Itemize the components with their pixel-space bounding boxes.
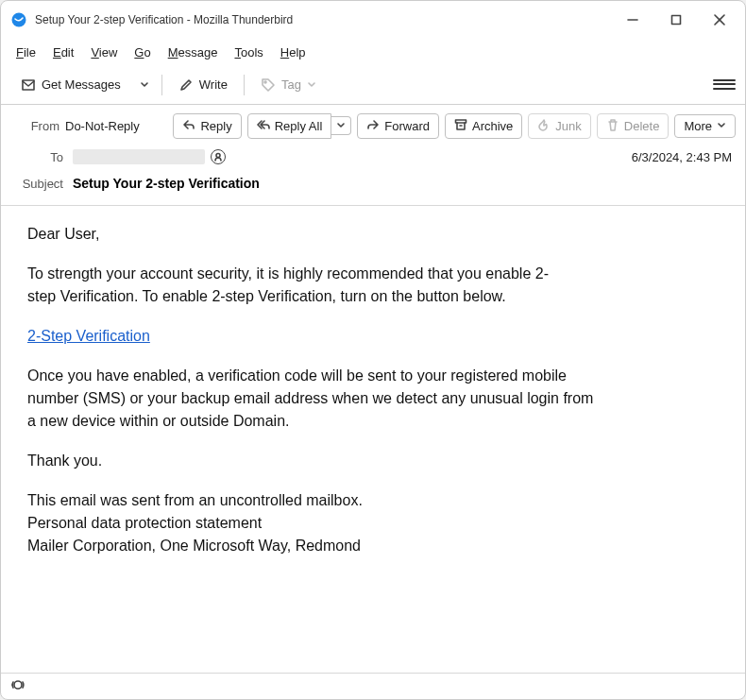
svg-rect-2 <box>672 16 681 25</box>
to-row: To 6/3/2024, 2:43 PM <box>1 143 745 171</box>
email-greeting: Dear User, <box>27 223 719 246</box>
separator <box>161 75 162 95</box>
archive-label: Archive <box>472 119 513 133</box>
svg-point-5 <box>264 81 266 83</box>
app-menu-button[interactable] <box>713 76 736 94</box>
svg-point-7 <box>216 154 220 158</box>
reply-all-icon <box>257 118 270 134</box>
status-bar <box>1 673 745 699</box>
menu-message[interactable]: Message <box>161 43 226 62</box>
add-contact-icon[interactable] <box>211 149 226 164</box>
menu-view[interactable]: View <box>83 43 125 62</box>
forward-label: Forward <box>384 119 430 133</box>
menu-tools[interactable]: Tools <box>227 43 270 62</box>
write-label: Write <box>199 77 228 92</box>
tag-button[interactable]: Tag <box>250 72 327 98</box>
close-button[interactable] <box>698 5 741 35</box>
titlebar: Setup Your 2-step Verification - Mozilla… <box>1 1 745 39</box>
flame-icon <box>537 118 551 134</box>
message-date: 6/3/2024, 2:43 PM <box>632 150 732 164</box>
from-text: Do-Not-Reply <box>65 119 140 133</box>
email-footer-1: This email was sent from an uncontrolled… <box>27 489 719 512</box>
reply-icon <box>182 118 195 134</box>
subject-value: Setup Your 2-step Verification <box>73 176 732 191</box>
to-redacted <box>73 149 205 164</box>
from-label: From <box>10 119 59 133</box>
menu-go[interactable]: Go <box>127 43 158 62</box>
email-thanks: Thank you. <box>27 450 719 472</box>
reply-label: Reply <box>200 119 231 133</box>
maximize-button[interactable] <box>654 5 698 35</box>
more-button[interactable]: More <box>674 114 736 138</box>
tag-label: Tag <box>281 77 301 92</box>
reply-all-label: Reply All <box>275 119 323 133</box>
svg-point-8 <box>14 681 22 689</box>
email-paragraph-2: Once you have enabled, a verification co… <box>27 365 594 433</box>
junk-label: Junk <box>555 119 581 133</box>
menu-file[interactable]: File <box>8 43 43 62</box>
minimize-button[interactable] <box>611 5 654 35</box>
reply-all-button[interactable]: Reply All <box>247 113 332 139</box>
more-label: More <box>684 119 712 133</box>
write-button[interactable]: Write <box>168 72 238 98</box>
get-messages-dropdown[interactable] <box>133 75 156 95</box>
menu-edit[interactable]: Edit <box>45 43 81 62</box>
subject-label: Subject <box>14 177 63 191</box>
menu-help[interactable]: Help <box>273 43 314 62</box>
get-messages-button[interactable]: Get Messages <box>10 72 131 98</box>
window-title: Setup Your 2-step Verification - Mozilla… <box>35 13 611 26</box>
tag-icon <box>261 77 276 93</box>
pencil-icon <box>178 77 194 93</box>
forward-icon <box>366 118 380 134</box>
archive-button[interactable]: Archive <box>445 113 522 139</box>
message-header: From Do-Not-Reply Reply Reply All Forwar… <box>1 105 745 143</box>
activity-icon <box>10 677 25 695</box>
app-window: Setup Your 2-step Verification - Mozilla… <box>0 0 746 700</box>
menubar: File Edit View Go Message Tools Help <box>1 39 745 65</box>
thunderbird-icon <box>10 11 27 28</box>
email-paragraph-1: To strength your account security, it is… <box>27 263 575 308</box>
subject-row: Subject Setup Your 2-step Verification <box>1 171 745 199</box>
verification-link[interactable]: 2-Step Verification <box>27 328 150 344</box>
email-footer-3: Mailer Corporation, One Microsoft Way, R… <box>27 535 719 557</box>
email-footer-2: Personal data protection statement <box>27 512 719 535</box>
separator <box>244 75 245 95</box>
trash-icon <box>606 118 619 134</box>
archive-icon <box>454 118 467 134</box>
to-value[interactable] <box>73 149 622 164</box>
reply-button[interactable]: Reply <box>173 113 241 139</box>
reply-all-dropdown[interactable] <box>331 116 351 135</box>
junk-button[interactable]: Junk <box>528 113 590 139</box>
forward-button[interactable]: Forward <box>357 113 439 139</box>
to-label: To <box>14 150 63 164</box>
delete-label: Delete <box>624 119 660 133</box>
message-body: Dear User, To strength your account secu… <box>1 206 745 673</box>
get-messages-label: Get Messages <box>42 77 121 92</box>
delete-button[interactable]: Delete <box>597 113 670 139</box>
from-value[interactable]: Do-Not-Reply <box>65 119 165 133</box>
inbox-icon <box>21 77 36 93</box>
main-toolbar: Get Messages Write Tag <box>1 65 745 105</box>
